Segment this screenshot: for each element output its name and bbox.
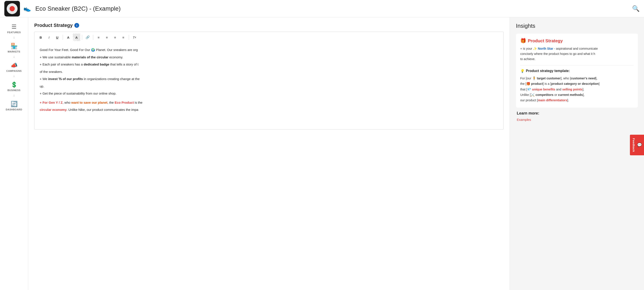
insights-panel: Insights 🎁 Product Strategy + is your ✨ … bbox=[510, 17, 644, 290]
sidebar-arrow-2: ↓ bbox=[0, 54, 28, 60]
main-layout: ☰ FEATURES ↓ 🏪 MARKETS ↓ 📣 CAMPAIGNS ↓ 💲… bbox=[0, 17, 644, 290]
indent-right-button[interactable]: ≡ bbox=[120, 34, 127, 41]
editor-line-1: Good For Your Feet. Good For Our 🌍 Plane… bbox=[40, 47, 498, 53]
toolbar-divider-4 bbox=[129, 35, 129, 40]
logo bbox=[4, 1, 20, 17]
sidebar-arrow-3: ↓ bbox=[0, 73, 28, 79]
template-label: Product strategy template: bbox=[526, 69, 570, 73]
template-title: 💡 Product strategy template: bbox=[520, 69, 634, 73]
editor-content[interactable]: Good For Your Feet. Good For Our 🌍 Plane… bbox=[34, 43, 504, 130]
sidebar-item-markets[interactable]: 🏪 MARKETS bbox=[0, 40, 28, 54]
dashboard-icon: 🔄 bbox=[10, 101, 18, 107]
learn-more-title: Learn more: bbox=[517, 111, 637, 116]
lightbulb-icon: 💡 bbox=[520, 69, 524, 73]
examples-link[interactable]: Examples bbox=[517, 118, 637, 121]
editor-line-2: + We use sustainable materials of the ci… bbox=[40, 55, 498, 60]
editor-line-4b: up. bbox=[40, 84, 498, 89]
sidebar-item-features[interactable]: ☰ FEATURES bbox=[0, 21, 28, 35]
editor-line-3b: of the sneakers. bbox=[40, 69, 498, 75]
clear-format-button[interactable]: Tx bbox=[131, 34, 138, 41]
sidebar-item-campaigns[interactable]: 📣 CAMPAIGNS bbox=[0, 60, 28, 73]
editor-toolbar: B I U A A 🔗 ≡ ≡ ≡ ≡ Tx bbox=[34, 32, 504, 43]
north-star-link[interactable]: North Star bbox=[538, 47, 553, 50]
star-icon: ✨ bbox=[533, 47, 537, 50]
link-button[interactable]: 🔗 bbox=[84, 34, 91, 41]
info-badge[interactable]: i bbox=[74, 23, 79, 28]
sidebar-label-features: FEATURES bbox=[7, 31, 20, 34]
sidebar-label-dashboard: DASHBOARD bbox=[6, 108, 22, 111]
editor-line-4: + We invest ⅓ of our profits in organiza… bbox=[40, 76, 498, 82]
indent-left-button[interactable]: ≡ bbox=[112, 34, 119, 41]
unordered-list-button[interactable]: ≡ bbox=[103, 34, 110, 41]
learn-more-section: Learn more: Examples bbox=[516, 111, 638, 121]
highlight-button[interactable]: A bbox=[73, 34, 80, 41]
product-strategy-title: 🎁 Product Strategy bbox=[520, 38, 634, 44]
campaigns-icon: 📣 bbox=[10, 62, 18, 69]
markets-icon: 🏪 bbox=[10, 43, 18, 50]
sneaker-icon: 👟 bbox=[24, 5, 31, 12]
section-title-bar: Product Strategy i bbox=[34, 23, 504, 28]
toolbar-divider-2 bbox=[82, 35, 82, 40]
page-title: Eco Sneaker (B2C) - (Example) bbox=[35, 5, 628, 12]
sidebar-arrow-4: ↓ bbox=[0, 92, 28, 98]
search-icon[interactable]: 🔍 bbox=[632, 5, 640, 12]
features-icon: ☰ bbox=[12, 24, 16, 30]
insight-divider bbox=[520, 65, 634, 66]
feedback-tab[interactable]: 💬 Feedback bbox=[630, 135, 644, 156]
logo-inner-circle bbox=[10, 6, 15, 11]
sidebar: ☰ FEATURES ↓ 🏪 MARKETS ↓ 📣 CAMPAIGNS ↓ 💲… bbox=[0, 17, 28, 290]
feedback-label: Feedback bbox=[632, 138, 635, 152]
business-icon: 💲 bbox=[10, 81, 18, 88]
underline-button[interactable]: U bbox=[54, 34, 61, 41]
section-heading: Product Strategy bbox=[34, 23, 72, 28]
ordered-list-button[interactable]: ≡ bbox=[95, 34, 102, 41]
sidebar-label-campaigns: CAMPAIGNS bbox=[6, 70, 22, 72]
template-text: For [our 🧍 target customer], who [custom… bbox=[520, 76, 634, 103]
italic-button[interactable]: I bbox=[45, 34, 53, 41]
font-color-button[interactable]: A bbox=[64, 34, 72, 41]
product-strategy-label: Product Strategy bbox=[528, 38, 563, 43]
toolbar-divider-3 bbox=[93, 35, 93, 40]
top-bar: 👟 Eco Sneaker (B2C) - (Example) 🔍 bbox=[0, 0, 644, 17]
editor-line-6b: circular economy. Unlike Nike, our produ… bbox=[40, 107, 498, 113]
editor-line-6: + For Gen Y / Z, who want to save our pl… bbox=[40, 100, 498, 105]
product-strategy-intro: + is your ✨ North Star - aspirational an… bbox=[520, 46, 634, 62]
editor-line-5: + Get the piece of sustainability from o… bbox=[40, 91, 498, 96]
bold-button[interactable]: B bbox=[37, 34, 44, 41]
sidebar-item-dashboard[interactable]: 🔄 DASHBOARD bbox=[0, 98, 28, 112]
feedback-icon: 💬 bbox=[637, 143, 642, 147]
logo-outer-circle bbox=[7, 3, 18, 14]
sidebar-label-business: BUSINESS bbox=[7, 89, 20, 92]
editor-panel: Product Strategy i B I U A A 🔗 ≡ ≡ ≡ ≡ T… bbox=[28, 17, 510, 290]
sidebar-arrow-1: ↓ bbox=[0, 35, 28, 40]
insights-title: Insights bbox=[516, 23, 638, 29]
sidebar-label-markets: MARKETS bbox=[8, 50, 20, 53]
editor-line-3: + Each pair of sneakers has a dedicated … bbox=[40, 62, 498, 67]
product-strategy-section: 🎁 Product Strategy + is your ✨ North Sta… bbox=[516, 34, 638, 108]
sidebar-item-business[interactable]: 💲 BUSINESS bbox=[0, 79, 28, 92]
gift-icon: 🎁 bbox=[520, 38, 526, 44]
content-area: Product Strategy i B I U A A 🔗 ≡ ≡ ≡ ≡ T… bbox=[28, 17, 644, 290]
